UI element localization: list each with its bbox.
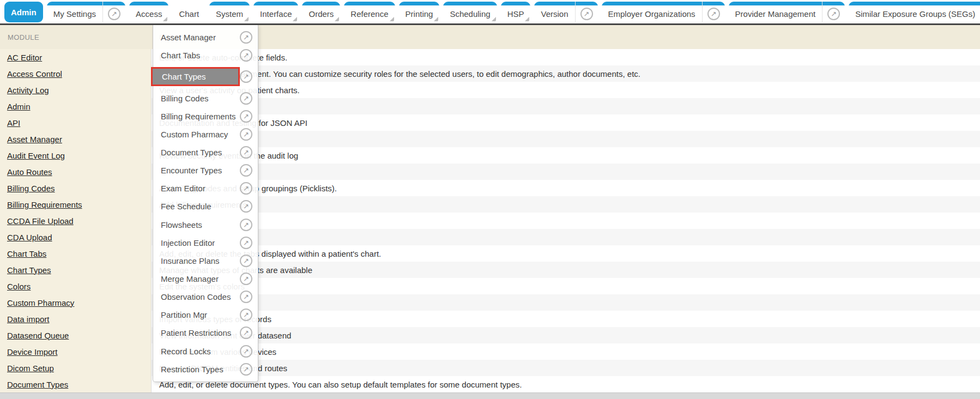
open-new-window-icon[interactable]: ↗	[240, 219, 252, 231]
module-link-api[interactable]: API	[7, 118, 20, 128]
menu-item-chart-types[interactable]: Chart Types↗	[153, 67, 258, 86]
open-new-window-icon[interactable]: ↗	[240, 31, 252, 44]
module-link-auto-routes[interactable]: Auto Routes	[7, 167, 52, 177]
nav-tab-my-settings[interactable]: My Settings↗	[47, 2, 125, 22]
table-row: APIDocumentation and testing for JSON AP…	[0, 114, 980, 131]
module-link-billing-requirements[interactable]: Billing Requirements	[7, 200, 82, 209]
nav-tab-employer-organizations[interactable]: Employer Organizations↗	[602, 2, 725, 22]
open-new-window-icon[interactable]: ↗	[240, 345, 252, 358]
module-link-ac-editor[interactable]: AC Editor	[7, 53, 42, 62]
module-link-chart-tabs[interactable]: Chart Tabs	[7, 249, 46, 258]
nav-tab-provider-management[interactable]: Provider Management↗	[729, 2, 845, 22]
description-cell: Documentation and testing for JSON API	[152, 114, 980, 131]
open-new-window-icon[interactable]: ↗	[240, 237, 252, 249]
nav-tab-label: My Settings	[47, 2, 102, 22]
module-link-billing-codes[interactable]: Billing Codes	[7, 184, 55, 193]
menu-item-insurance-plans[interactable]: Insurance Plans↗	[153, 255, 258, 267]
nav-tab-similar-exposure-groups-segs[interactable]: Similar Exposure Groups (SEGs)↗	[849, 2, 980, 22]
table-row: ColorsEdit the system's colors	[0, 278, 980, 294]
menu-item-injection-editor[interactable]: Injection Editor↗	[153, 237, 258, 249]
module-link-colors[interactable]: Colors	[7, 282, 31, 291]
module-link-device-import[interactable]: Device Import	[7, 347, 58, 356]
description-cell	[152, 98, 980, 114]
open-new-window-icon[interactable]: ↗	[240, 182, 252, 195]
launch-icon-section: ↗	[822, 2, 845, 22]
module-link-datasend-queue[interactable]: Datasend Queue	[7, 331, 69, 340]
submenu-fold-icon	[163, 17, 167, 21]
module-link-asset-manager[interactable]: Asset Manager	[7, 135, 62, 144]
module-link-access-control[interactable]: Access Control	[7, 69, 62, 78]
open-new-window-icon[interactable]: ↗	[240, 49, 252, 62]
nav-tab-orders[interactable]: Orders	[302, 2, 340, 22]
menu-item-custom-pharmacy[interactable]: Custom Pharmacy↗	[153, 128, 258, 141]
menu-item-encounter-types[interactable]: Encounter Types↗	[153, 164, 258, 177]
nav-tab-version[interactable]: Version↗	[534, 2, 597, 22]
menu-item-billing-codes[interactable]: Billing Codes↗	[153, 92, 258, 105]
menu-item-merge-manager[interactable]: Merge Manager↗	[153, 273, 258, 285]
menu-item-partition-mgr[interactable]: Partition Mgr↗	[153, 309, 258, 321]
open-new-window-icon[interactable]: ↗	[240, 291, 252, 303]
module-link-document-types[interactable]: Document Types	[7, 380, 68, 389]
module-link-custom-pharmacy[interactable]: Custom Pharmacy	[7, 298, 74, 307]
nav-tab-hsp[interactable]: HSP	[501, 2, 531, 22]
module-cell: Chart Tabs	[0, 245, 152, 262]
table-row: Billing CodesAdd billing codes and setup…	[0, 180, 980, 196]
nav-tab-label: Similar Exposure Groups (SEGs)	[849, 2, 980, 22]
nav-tab-admin[interactable]: Admin	[4, 2, 43, 22]
module-link-dicom-setup[interactable]: Dicom Setup	[7, 364, 54, 373]
nav-tab-access[interactable]: Access	[129, 2, 168, 22]
open-new-window-icon[interactable]: ↗	[240, 128, 252, 141]
open-new-window-icon[interactable]: ↗	[240, 255, 252, 267]
menu-item-restriction-types[interactable]: Restriction Types↗	[153, 363, 258, 376]
nav-tab-label: Chart	[172, 2, 205, 22]
submenu-fold-icon	[244, 17, 249, 21]
module-link-activity-log[interactable]: Activity Log	[7, 86, 49, 95]
open-new-window-icon[interactable]: ↗	[108, 8, 120, 20]
menu-item-exam-editor[interactable]: Exam Editor↗	[153, 182, 258, 195]
open-new-window-icon[interactable]: ↗	[240, 110, 252, 123]
nav-tab-printing[interactable]: Printing	[399, 2, 440, 22]
menu-item-record-locks[interactable]: Record Locks↗	[153, 345, 258, 358]
menu-item-document-types[interactable]: Document Types↗	[153, 146, 258, 159]
menu-item-chart-tabs[interactable]: Chart Tabs↗	[153, 49, 258, 62]
description-cell: Add billing requirements.	[152, 196, 980, 213]
module-link-ccda-file-upload[interactable]: CCDA File Upload	[7, 216, 74, 226]
module-link-admin[interactable]: Admin	[7, 102, 31, 111]
nav-tab-chart[interactable]: Chart	[172, 2, 205, 22]
menu-item-patient-restrictions[interactable]: Patient Restrictions↗	[153, 327, 258, 339]
module-link-data-import[interactable]: Data import	[7, 315, 50, 324]
menu-item-fee-schedule[interactable]: Fee Schedule↗	[153, 200, 258, 213]
menu-item-billing-requirements[interactable]: Billing Requirements↗	[153, 110, 258, 123]
menu-item-flowsheets[interactable]: Flowsheets↗	[153, 219, 258, 231]
module-link-cda-upload[interactable]: CDA Upload	[7, 233, 52, 242]
open-new-window-icon[interactable]: ↗	[240, 164, 252, 177]
open-new-window-icon[interactable]: ↗	[240, 309, 252, 321]
open-new-window-icon[interactable]: ↗	[580, 8, 593, 20]
open-new-window-icon[interactable]: ↗	[240, 70, 252, 83]
open-new-window-icon[interactable]: ↗	[240, 200, 252, 213]
table-row: Data importImport various types of recor…	[0, 311, 980, 327]
open-new-window-icon[interactable]: ↗	[240, 92, 252, 105]
nav-tab-interface[interactable]: Interface	[253, 2, 298, 22]
open-new-window-icon[interactable]: ↗	[707, 8, 720, 20]
horizontal-scrollbar[interactable]	[0, 392, 980, 399]
nav-tab-system[interactable]: System	[209, 2, 250, 22]
open-new-window-icon[interactable]: ↗	[240, 146, 252, 159]
menu-item-label: Billing Codes	[161, 94, 209, 103]
description-cell: View information sent over datasend	[152, 327, 980, 343]
open-new-window-icon[interactable]: ↗	[240, 273, 252, 285]
menu-item-observation-codes[interactable]: Observation Codes↗	[153, 291, 258, 303]
nav-tab-scheduling[interactable]: Scheduling	[443, 2, 497, 22]
description-cell: Add, edit, or delete document types. You…	[152, 376, 980, 392]
open-new-window-icon[interactable]: ↗	[240, 363, 252, 376]
menu-item-asset-manager[interactable]: Asset Manager↗	[153, 31, 258, 44]
menu-item-label: Insurance Plans	[161, 256, 220, 265]
nav-tab-reference[interactable]: Reference	[344, 2, 395, 22]
open-new-window-icon[interactable]: ↗	[827, 8, 840, 20]
module-link-audit-event-log[interactable]: Audit Event Log	[7, 151, 65, 160]
menu-item-label: Fee Schedule	[161, 202, 211, 211]
launch-icon-section: ↗	[575, 2, 598, 22]
table-row: Audit Event LogReview security events in…	[0, 147, 980, 164]
open-new-window-icon[interactable]: ↗	[240, 327, 252, 339]
module-link-chart-types[interactable]: Chart Types	[7, 265, 51, 275]
